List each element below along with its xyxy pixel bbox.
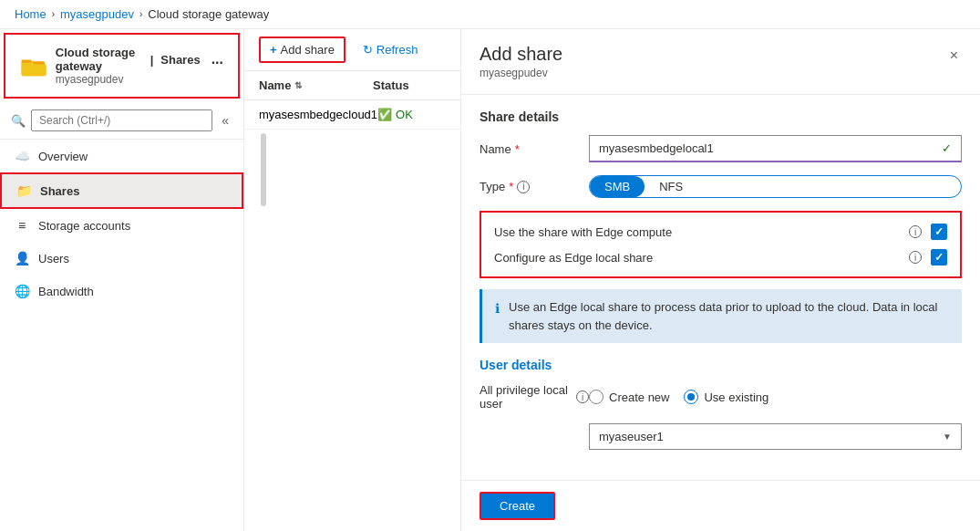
bandwidth-icon: 🌐 (15, 284, 29, 298)
edge-compute-checkbox[interactable] (931, 224, 947, 240)
info-banner-icon: ℹ (495, 299, 500, 318)
search-icon: 🔍 (11, 114, 26, 128)
panel-header-left: Add share myasegpudev (480, 44, 562, 79)
nfs-toggle[interactable]: NFS (645, 176, 697, 197)
search-bar: 🔍 « (0, 102, 243, 140)
type-info-icon[interactable]: i (517, 181, 530, 193)
add-share-button[interactable]: + Add share (259, 36, 346, 63)
input-check-icon: ✓ (942, 141, 952, 155)
panel-subtitle: myasegpudev (480, 67, 562, 79)
resource-section: Shares (160, 53, 200, 67)
col-status-header: Status (373, 78, 446, 92)
sidebar-item-overview[interactable]: ☁️ Overview (0, 140, 243, 172)
table-row: myasesmbedgecloud1 ✅ OK (244, 100, 460, 130)
toolbar: + Add share ↻ Refresh (244, 29, 460, 71)
col-name-header: Name ⇅ (259, 78, 373, 92)
name-field-row: Name * myasesmbedgelocal1 ✓ (480, 135, 962, 162)
folder-nav-icon: 📁 (16, 183, 31, 198)
name-input[interactable]: myasesmbedgelocal1 ✓ (589, 135, 962, 162)
name-required: * (515, 142, 520, 156)
edge-local-label: Configure as Edge local share (494, 251, 900, 265)
user-dropdown-row: myaseuser1 ▼ (589, 423, 962, 450)
info-banner: ℹ Use an Edge local share to process dat… (480, 289, 962, 343)
user-dropdown-value: myaseuser1 (599, 430, 664, 443)
use-existing-label: Use existing (704, 390, 769, 404)
sidebar-label-users: Users (38, 252, 69, 266)
add-share-label: Add share (281, 43, 335, 57)
resource-title: Cloud storage gateway | Shares ... myase… (56, 46, 223, 86)
edge-compute-section: Use the share with Edge compute i Config… (480, 211, 962, 278)
status-check-icon: ✅ (377, 108, 392, 121)
row-status: ✅ OK (377, 108, 446, 121)
folder-icon (20, 49, 46, 82)
plus-icon: + (270, 43, 277, 57)
resource-subtitle: myasegpudev (56, 73, 223, 86)
nav-menu: ☁️ Overview 📁 Shares ≡ Storage accounts … (0, 140, 243, 531)
sidebar-item-storage-accounts[interactable]: ≡ Storage accounts (0, 209, 243, 242)
add-share-panel: Add share myasegpudev × Share details Na… (460, 29, 980, 531)
breadcrumb: Home › myasegpudev › Cloud storage gatew… (0, 0, 980, 29)
type-field-row: Type * i SMB NFS (480, 175, 962, 198)
create-new-radio[interactable]: Create new (589, 390, 669, 404)
edge-compute-label: Use the share with Edge compute (494, 225, 900, 239)
sidebar-item-users[interactable]: 👤 Users (0, 242, 243, 275)
sidebar-label-storage-accounts: Storage accounts (38, 219, 130, 233)
type-toggle-group: SMB NFS (589, 175, 962, 198)
sort-icon[interactable]: ⇅ (294, 80, 302, 90)
resource-header: Cloud storage gateway | Shares ... myase… (4, 33, 240, 99)
scroll-indicator (261, 133, 266, 206)
breadcrumb-current: Cloud storage gateway (148, 7, 269, 21)
breadcrumb-device[interactable]: myasegpudev (60, 7, 134, 21)
edge-local-row: Configure as Edge local share i (494, 249, 947, 266)
edge-compute-info-icon[interactable]: i (909, 225, 922, 238)
user-details-title: User details (480, 358, 962, 372)
cloud-icon: ☁️ (15, 149, 29, 163)
ellipsis-button[interactable]: ... (211, 51, 223, 68)
panel-body: Share details Name * myasesmbedgelocal1 … (461, 95, 980, 480)
left-panel: Cloud storage gateway | Shares ... myase… (0, 29, 244, 531)
info-banner-text: Use an Edge local share to process data … (509, 298, 949, 334)
edge-local-info-icon[interactable]: i (909, 251, 922, 264)
svg-rect-1 (22, 60, 32, 63)
radio-row: Create new Use existing (589, 390, 962, 404)
sidebar-label-overview: Overview (38, 150, 88, 163)
use-existing-radio[interactable]: Use existing (684, 390, 769, 404)
user-dropdown[interactable]: myaseuser1 ▼ (589, 423, 962, 450)
close-button[interactable]: × (946, 44, 962, 68)
smb-toggle[interactable]: SMB (590, 176, 645, 197)
use-existing-radio-circle (684, 390, 698, 404)
sidebar-label-shares: Shares (40, 184, 79, 198)
name-label: Name * (480, 142, 589, 156)
storage-icon: ≡ (15, 218, 29, 233)
name-col-label: Name (259, 78, 291, 92)
center-panel: + Add share ↻ Refresh Name ⇅ Status myas… (244, 29, 460, 531)
status-label: OK (396, 108, 413, 121)
row-name: myasesmbedgecloud1 (259, 108, 377, 121)
panel-header: Add share myasegpudev × (461, 29, 980, 95)
refresh-label: Refresh (377, 43, 418, 57)
create-new-radio-circle (589, 390, 603, 404)
edge-compute-row: Use the share with Edge compute i (494, 224, 947, 240)
sidebar-label-bandwidth: Bandwidth (38, 285, 94, 298)
panel-title: Add share (480, 44, 562, 65)
breadcrumb-home[interactable]: Home (15, 7, 46, 21)
divider: | (150, 53, 154, 67)
privilege-field-row: All privilege local user i Create new Us… (480, 383, 962, 411)
search-input[interactable] (31, 109, 212, 131)
type-required: * (509, 180, 513, 193)
sidebar-item-shares[interactable]: 📁 Shares (0, 172, 243, 209)
radio-group: Create new Use existing (589, 390, 962, 404)
user-icon: 👤 (15, 251, 29, 266)
privilege-info-icon[interactable]: i (576, 390, 589, 403)
sidebar-item-bandwidth[interactable]: 🌐 Bandwidth (0, 275, 243, 307)
panel-footer: Create (461, 480, 980, 531)
refresh-icon: ↻ (363, 43, 373, 57)
share-details-title: Share details (480, 109, 962, 124)
create-button[interactable]: Create (480, 492, 555, 520)
refresh-button[interactable]: ↻ Refresh (353, 37, 428, 62)
dropdown-arrow-icon: ▼ (943, 432, 952, 442)
type-toggle: SMB NFS (589, 175, 962, 198)
collapse-button[interactable]: « (218, 111, 232, 130)
edge-local-checkbox[interactable] (931, 249, 947, 266)
table-header: Name ⇅ Status (244, 71, 460, 100)
